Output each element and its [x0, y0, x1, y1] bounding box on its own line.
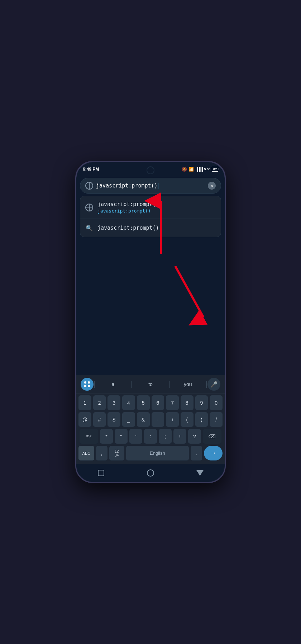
emoji-grid-icon [81, 378, 94, 391]
key-8[interactable]: 8 [181, 395, 194, 410]
key-5[interactable]: 5 [137, 395, 150, 410]
key-plus[interactable]: + [166, 412, 179, 427]
key-2[interactable]: 2 [93, 395, 106, 410]
word-suggestion-to[interactable]: to [132, 380, 169, 389]
word-suggestion-you[interactable]: you [169, 380, 206, 389]
suggestion-main-1: javascript:prompt() [97, 201, 159, 208]
key-space[interactable]: English [126, 446, 189, 461]
key-semicolon[interactable]: ; [159, 429, 172, 444]
text-cursor [158, 183, 158, 189]
key-period[interactable]: . [191, 446, 202, 461]
battery-icon: 87 [212, 167, 218, 172]
key-1[interactable]: 1 [78, 395, 91, 410]
key-7[interactable]: 7 [166, 395, 179, 410]
key-row-symbols1: @ # $ _ & - + ( ) / [78, 412, 223, 427]
key-special-shift[interactable]: =\< [80, 429, 98, 444]
key-dollar[interactable]: $ [108, 412, 120, 427]
wifi-icon: 📶 [188, 167, 194, 172]
grid-dots [84, 381, 90, 387]
clear-button[interactable]: × [208, 182, 216, 190]
key-enter[interactable]: → [204, 446, 223, 461]
mic-button[interactable]: 🎤 [207, 378, 221, 391]
suggestion-globe-icon [85, 204, 93, 211]
key-row-symbols2: =\< * " ' : ; ! ? ⌫ [78, 429, 223, 444]
bottom-nav [76, 464, 225, 482]
key-question[interactable]: ? [188, 429, 201, 444]
back-icon [196, 470, 204, 476]
suggestion-texts-1: javascript:prompt() javascript:prompt() [97, 201, 159, 214]
status-time: 6:49 PM [83, 167, 99, 172]
phone-device: 6:49 PM 🔕 📶 ▐▐▐ 5.56 87 javascript:promp… [75, 161, 226, 483]
key-hash[interactable]: # [93, 412, 106, 427]
key-slash[interactable]: / [210, 412, 223, 427]
camera-notch [147, 166, 154, 174]
key-rparen[interactable]: ) [195, 412, 208, 427]
suggestion-texts-2: javascript:prompt() [97, 225, 159, 231]
phone-screen: 6:49 PM 🔕 📶 ▐▐▐ 5.56 87 javascript:promp… [76, 162, 225, 482]
key-0[interactable]: 0 [210, 395, 223, 410]
word-suggestions-bar: a to you 🎤 [76, 375, 225, 394]
key-ampersand[interactable]: & [137, 412, 150, 427]
word-suggestion-a[interactable]: a [95, 380, 132, 389]
url-bar[interactable]: javascript:prompt() × [80, 178, 221, 194]
mic-icon: 🎤 [207, 378, 220, 391]
key-num-grid[interactable]: 1234 [109, 446, 124, 461]
recent-apps-button[interactable] [96, 468, 106, 478]
key-exclaim[interactable]: ! [173, 429, 186, 444]
url-text-value: javascript:prompt() [96, 182, 158, 189]
search-icon: 🔍 [85, 224, 93, 232]
url-area: javascript:prompt() × [76, 175, 225, 195]
key-rows: 1 2 3 4 5 6 7 8 9 0 @ # $ _ & [76, 394, 225, 464]
status-icons: 🔕 📶 ▐▐▐ 5.56 87 [182, 167, 218, 172]
key-underscore[interactable]: _ [122, 412, 135, 427]
key-row-bottom: ABC , 1234 English . → [78, 446, 223, 461]
back-button[interactable] [195, 468, 205, 478]
key-squote[interactable]: ' [129, 429, 142, 444]
key-backspace[interactable]: ⌫ [203, 429, 221, 444]
key-colon[interactable]: : [144, 429, 157, 444]
key-row-numbers: 1 2 3 4 5 6 7 8 9 0 [78, 395, 223, 410]
svg-line-3 [175, 266, 204, 317]
speed-text: 5.56 [204, 168, 210, 171]
key-6[interactable]: 6 [152, 395, 164, 410]
key-dquote[interactable]: " [115, 429, 128, 444]
suggestions-dropdown: javascript:prompt() javascript:prompt() … [80, 196, 221, 237]
key-at[interactable]: @ [78, 412, 91, 427]
keyboard: a to you 🎤 1 2 3 4 5 6 7 [76, 375, 225, 464]
emoji-grid-button[interactable] [80, 378, 94, 391]
recent-apps-icon [98, 470, 104, 476]
key-3[interactable]: 3 [108, 395, 120, 410]
home-button[interactable] [145, 468, 156, 478]
key-4[interactable]: 4 [122, 395, 135, 410]
globe-icon [85, 182, 93, 190]
suggestion-item-2[interactable]: 🔍 javascript:prompt() [80, 219, 221, 237]
key-lparen[interactable]: ( [181, 412, 194, 427]
key-abc[interactable]: ABC [78, 446, 94, 461]
url-input[interactable]: javascript:prompt() [96, 182, 205, 189]
signal-icon: ▐▐▐ [195, 167, 202, 171]
key-minus[interactable]: - [152, 412, 164, 427]
suggestion-item-1[interactable]: javascript:prompt() javascript:prompt() [80, 196, 221, 219]
suggestion-sub-1: javascript:prompt() [97, 208, 159, 214]
suggestion-main-2: javascript:prompt() [97, 225, 159, 231]
home-icon [147, 469, 154, 477]
mute-icon: 🔕 [182, 167, 187, 172]
key-asterisk[interactable]: * [100, 429, 113, 444]
key-comma[interactable]: , [96, 446, 108, 461]
key-9[interactable]: 9 [195, 395, 208, 410]
